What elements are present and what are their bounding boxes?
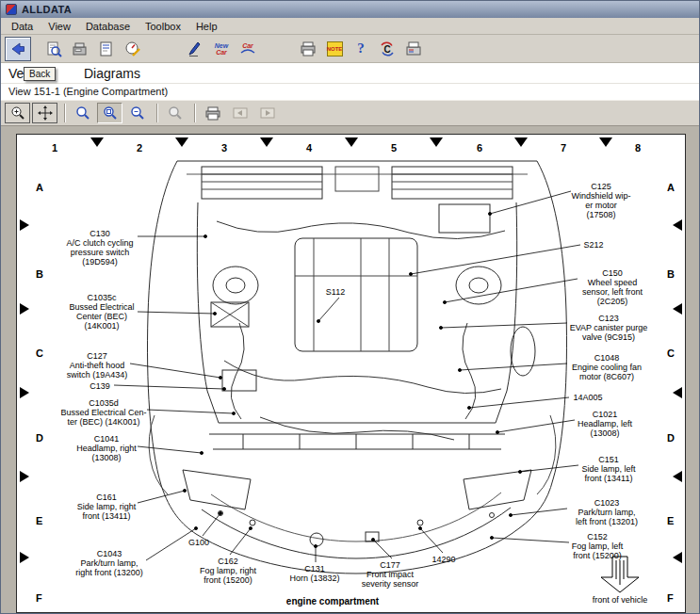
component-label-c177: C177Front impactseverity sensor xyxy=(362,560,419,589)
zoom-dynamic-button[interactable] xyxy=(97,103,122,123)
leader-dot-c130 xyxy=(203,234,206,237)
grid-marker-top-4 xyxy=(345,137,358,147)
grid-row-c-left: C xyxy=(36,347,43,359)
tab-vehicle-partial[interactable]: Ve xyxy=(8,66,24,81)
component-label-c1021: C1021Headlamp, left(13008) xyxy=(578,410,632,438)
pen-icon xyxy=(187,40,203,57)
zoom-in-button[interactable] xyxy=(5,103,30,123)
view-title: View 151-1 (Engine Compartment) xyxy=(1,84,699,100)
leader-dot-c152 xyxy=(490,536,493,539)
grid-row-e-right: E xyxy=(667,515,674,526)
component-label-s212: S212 xyxy=(583,240,603,250)
grid-marker-right-2 xyxy=(673,303,682,315)
zoom-window-icon xyxy=(75,105,90,121)
print-button[interactable] xyxy=(295,37,321,61)
previous-view-icon xyxy=(233,105,248,121)
diagram-caption: engine compartment xyxy=(286,596,379,606)
svg-text:C: C xyxy=(384,44,391,55)
leader-dot-c161 xyxy=(183,489,186,492)
leader-line-c151 xyxy=(520,465,578,472)
estimate-doc-icon xyxy=(98,40,115,57)
leader-dot-s212 xyxy=(409,272,412,275)
new-car-button[interactable]: New Car xyxy=(208,37,235,61)
leader-dot-s112 xyxy=(317,319,319,322)
back-button[interactable] xyxy=(5,37,31,61)
main-toolbar: New Car Car NOTE ? C xyxy=(1,35,699,63)
leader-line-s112 xyxy=(318,298,339,321)
zoom-in-icon xyxy=(10,105,25,121)
grid-row-d-right: D xyxy=(667,432,675,444)
menu-item-data[interactable]: Data xyxy=(4,19,41,34)
zoom-window-button[interactable] xyxy=(70,103,95,123)
leader-dot-c1021 xyxy=(496,430,498,433)
next-view-button[interactable] xyxy=(254,103,280,123)
repair-info-button[interactable] xyxy=(67,37,93,61)
zoom-all-button[interactable] xyxy=(162,103,187,123)
leader-line-c150 xyxy=(445,279,578,302)
back-arrow-icon xyxy=(9,40,26,57)
leader-line-c123 xyxy=(441,323,567,328)
vehicle-search-button[interactable] xyxy=(41,37,67,61)
printer-icon xyxy=(300,40,317,57)
component-label-c1043: C1043Park/turn lamp,right front (13200) xyxy=(75,549,143,577)
menu-item-view[interactable]: View xyxy=(41,19,78,34)
grid-column-2: 2 xyxy=(137,142,142,154)
diagram-canvas[interactable]: engine compartment front of vehicle 1234… xyxy=(1,126,699,613)
leader-dot-c123 xyxy=(439,326,442,329)
component-label-c1023: C1023Park/turn lamp,left front (13201) xyxy=(576,498,638,526)
grid-row-e-left: E xyxy=(36,515,42,526)
leader-line-c152 xyxy=(492,538,569,542)
component-label-c151: C151Side lamp, leftfront (13411) xyxy=(581,455,635,483)
refresh-icon: C xyxy=(379,40,396,57)
alldata-window: ALLDATA DataViewDatabaseToolboxHelp New … xyxy=(0,0,700,614)
component-label-c123: C123EVAP canister purgevalve (9C915) xyxy=(570,314,648,342)
leader-line-c127 xyxy=(130,364,220,378)
grid-marker-right-1 xyxy=(673,219,682,231)
leader-dot-l14290 xyxy=(418,526,421,529)
menu-item-toolbox[interactable]: Toolbox xyxy=(138,19,188,34)
grid-marker-left-3 xyxy=(20,387,29,398)
zoom-all-icon xyxy=(168,105,183,121)
window-title: ALLDATA xyxy=(22,4,72,15)
printer-icon xyxy=(205,105,220,121)
help-icon: ? xyxy=(357,40,365,57)
component-label-c161: C161Side lamp, rightfront (13411) xyxy=(77,493,137,521)
grid-marker-left-4 xyxy=(20,471,29,482)
previous-view-button[interactable] xyxy=(227,103,252,123)
leader-dot-c151 xyxy=(518,470,521,473)
leader-dot-c139 xyxy=(222,387,225,390)
leader-dot-c177 xyxy=(371,538,374,541)
leader-line-l14a005 xyxy=(469,397,569,408)
back-tooltip: Back xyxy=(24,67,56,81)
notes-pen-button[interactable] xyxy=(182,37,208,61)
leader-line-l14290 xyxy=(420,528,443,553)
component-label-s112: S112 xyxy=(326,287,345,297)
grid-marker-top-5 xyxy=(430,137,443,147)
grid-marker-left-1 xyxy=(20,219,29,231)
document-search-icon xyxy=(45,40,62,57)
leader-dot-c1023 xyxy=(509,513,512,516)
grid-marker-top-2 xyxy=(175,137,188,147)
grid-row-b-left: B xyxy=(36,268,43,280)
car-button[interactable]: Car xyxy=(235,37,261,61)
leader-dot-c162 xyxy=(249,526,252,529)
leader-dot-c1041 xyxy=(200,451,203,454)
component-label-c127: C127Anti-theft hoodswitch (19A434) xyxy=(67,351,128,380)
menu-item-help[interactable]: Help xyxy=(188,19,225,34)
print-view-button[interactable] xyxy=(200,103,225,123)
tab-diagrams[interactable]: Diagrams xyxy=(84,66,140,81)
pan-button[interactable] xyxy=(32,103,57,123)
diagram-page: engine compartment front of vehicle 1234… xyxy=(16,134,686,613)
note-button[interactable]: NOTE xyxy=(321,37,348,61)
fax-button[interactable] xyxy=(400,37,427,61)
help-button[interactable]: ? xyxy=(348,37,374,61)
labor-gauge-button[interactable] xyxy=(120,37,146,61)
menu-item-database[interactable]: Database xyxy=(78,19,138,34)
estimate-button[interactable] xyxy=(93,37,120,61)
component-label-c1041: C1041Headlamp, right(13008) xyxy=(76,434,137,462)
tab-row: Ve Diagrams Back xyxy=(1,63,699,84)
grid-row-d-left: D xyxy=(36,432,43,444)
refresh-button[interactable]: C xyxy=(374,37,400,61)
leader-dot-g100 xyxy=(219,511,221,514)
zoom-out-button[interactable] xyxy=(124,103,150,123)
